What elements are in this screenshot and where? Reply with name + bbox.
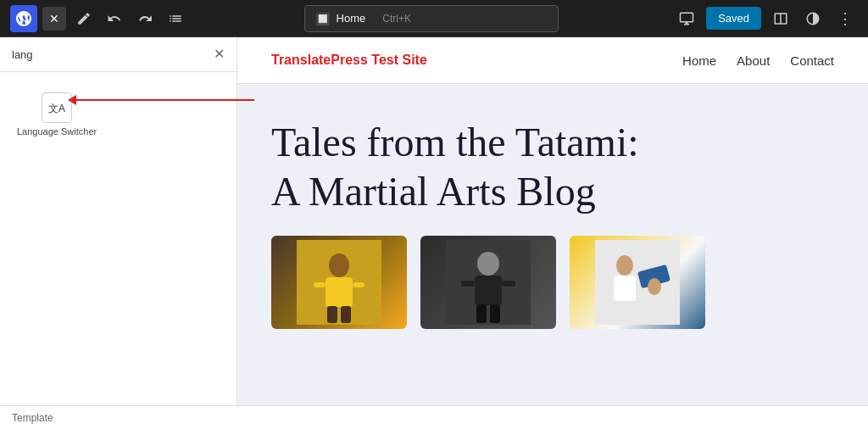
search-value: lang bbox=[12, 48, 33, 61]
site-logo: TranslatePress Test Site bbox=[271, 53, 427, 68]
sidebar-icon bbox=[773, 11, 788, 26]
status-bar: Template bbox=[0, 405, 868, 429]
hero-title: Tales from the Tatami: A Martial Arts Bl… bbox=[271, 118, 780, 215]
pen-icon bbox=[76, 11, 92, 26]
svg-point-17 bbox=[616, 255, 633, 276]
wp-logo-button[interactable] bbox=[10, 5, 37, 32]
address-bar[interactable]: 🔲 Home Ctrl+K bbox=[304, 5, 559, 32]
toolbar-right: Saved ⋮ bbox=[674, 6, 858, 31]
site-preview: TranslatePress Test Site Home About Cont… bbox=[237, 37, 868, 405]
sidebar-toggle-button[interactable] bbox=[768, 6, 793, 31]
desktop-icon bbox=[679, 11, 694, 26]
hero-image-1 bbox=[271, 236, 407, 329]
svg-rect-7 bbox=[327, 306, 337, 323]
style-toggle-button[interactable] bbox=[800, 6, 826, 31]
list-view-button[interactable] bbox=[163, 6, 188, 31]
svg-point-3 bbox=[329, 254, 349, 277]
redo-button[interactable] bbox=[132, 6, 158, 31]
status-label: Template bbox=[12, 412, 53, 424]
svg-rect-14 bbox=[476, 304, 487, 323]
nav-home[interactable]: Home bbox=[682, 53, 716, 68]
svg-text:文A: 文A bbox=[48, 103, 65, 114]
redo-icon bbox=[137, 11, 153, 26]
undo-icon bbox=[107, 11, 122, 26]
desktop-view-button[interactable] bbox=[674, 6, 699, 31]
undo-button[interactable] bbox=[102, 6, 127, 31]
nav-contact[interactable]: Contact bbox=[790, 53, 834, 68]
svg-point-10 bbox=[477, 252, 499, 276]
options-button[interactable]: ⋮ bbox=[832, 6, 858, 31]
main-area: lang ✕ 文A Language Switcher bbox=[0, 37, 868, 405]
svg-rect-8 bbox=[341, 306, 351, 323]
site-nav: Home About Contact bbox=[682, 53, 834, 68]
image-placeholder-martial-2 bbox=[420, 236, 556, 329]
close-button[interactable]: ✕ bbox=[42, 7, 66, 31]
pen-tool-button[interactable] bbox=[71, 6, 97, 31]
hero-image-3 bbox=[570, 236, 705, 329]
nav-about[interactable]: About bbox=[737, 53, 770, 68]
image-placeholder-martial-1 bbox=[271, 236, 407, 329]
svg-rect-18 bbox=[614, 276, 636, 301]
annotation-arrow bbox=[68, 95, 254, 105]
list-icon bbox=[168, 11, 183, 26]
toolbar-center: 🔲 Home Ctrl+K bbox=[304, 5, 559, 32]
keyboard-shortcut: Ctrl+K bbox=[382, 13, 411, 25]
preview-area: TranslatePress Test Site Home About Cont… bbox=[237, 37, 868, 405]
site-hero: Tales from the Tatami: A Martial Arts Bl… bbox=[237, 84, 868, 405]
svg-rect-12 bbox=[461, 281, 475, 287]
svg-rect-16 bbox=[595, 240, 680, 325]
image-placeholder-martial-3 bbox=[570, 236, 705, 329]
sidebar-content: 文A Language Switcher bbox=[0, 72, 236, 157]
style-icon bbox=[805, 11, 821, 26]
svg-rect-4 bbox=[326, 277, 353, 307]
saved-button[interactable]: Saved bbox=[706, 7, 761, 30]
sidebar: lang ✕ 文A Language Switcher bbox=[0, 37, 237, 405]
site-header: TranslatePress Test Site Home About Cont… bbox=[237, 37, 868, 84]
sidebar-search-bar: lang ✕ bbox=[0, 37, 236, 72]
svg-rect-13 bbox=[502, 281, 515, 287]
arrow-line bbox=[76, 99, 254, 101]
search-close-button[interactable]: ✕ bbox=[214, 47, 225, 61]
language-switcher-label: Language Switcher bbox=[17, 126, 97, 136]
svg-rect-5 bbox=[314, 282, 326, 287]
toolbar: ✕ 🔲 Home Ctr bbox=[0, 0, 868, 37]
arrow-head bbox=[68, 95, 76, 105]
svg-rect-11 bbox=[475, 276, 502, 305]
page-name: Home bbox=[337, 12, 366, 25]
toolbar-left: ✕ bbox=[10, 5, 188, 32]
hero-image-2 bbox=[420, 236, 556, 329]
hero-images bbox=[271, 236, 834, 329]
svg-point-20 bbox=[648, 278, 661, 295]
page-icon: 🔲 bbox=[315, 12, 330, 25]
svg-rect-6 bbox=[353, 282, 364, 287]
svg-rect-15 bbox=[490, 304, 500, 323]
